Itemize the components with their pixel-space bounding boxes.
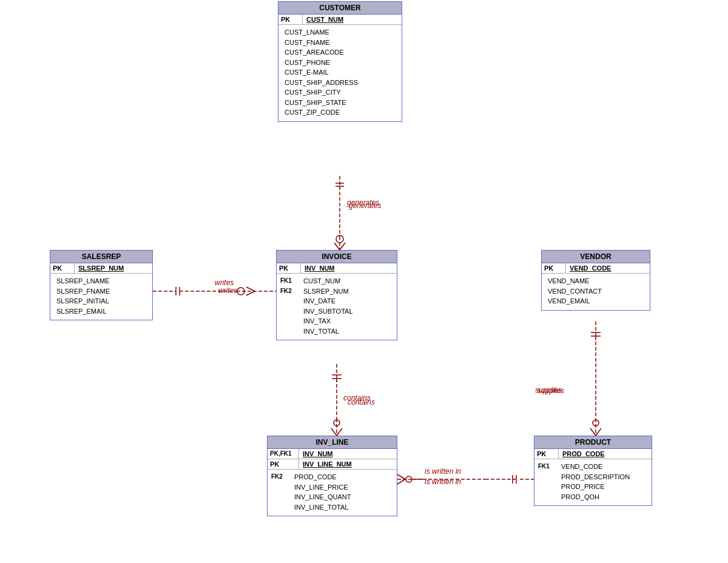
svg-line-36 — [590, 428, 596, 436]
rel-label-is-written-in: is written in — [425, 477, 461, 486]
invoice-pk-row: PK INV_NUM — [277, 263, 397, 274]
salesrep-pk-field: SLSREP_NUM — [75, 263, 127, 273]
vendor-pk-label: PK — [542, 263, 566, 273]
entity-product: PRODUCT PK PROD_CODE FK1 VEND_CODE PROD_… — [534, 436, 652, 506]
invoice-attrs: FK1 CUST_NUM FK2 SLSREP_NUM INV_DATE INV… — [277, 274, 397, 340]
svg-point-42 — [406, 476, 412, 482]
entity-inv-line-body: PK,FK1 INV_NUM PK INV_LINE_NUM FK2 PROD_… — [268, 449, 397, 516]
entity-salesrep-title: SALESREP — [50, 251, 152, 263]
vendor-pk-field: VEND_CODE — [566, 263, 615, 273]
svg-text:writes: writes — [215, 278, 234, 287]
svg-line-37 — [596, 428, 601, 436]
svg-line-19 — [246, 291, 255, 295]
svg-line-28 — [337, 428, 342, 436]
entity-product-body: PK PROD_CODE FK1 VEND_CODE PROD_DESCRIPT… — [534, 449, 652, 505]
salesrep-pk-row: PK SLSREP_NUM — [50, 263, 152, 274]
diagram-canvas: CUSTOMER PK CUST_NUM CUST_LNAME CUST_FNA… — [0, 0, 728, 563]
inv-line-pk1-field: INV_NUM — [299, 449, 337, 459]
rel-label-supplies: supplies — [535, 386, 562, 394]
svg-line-41 — [397, 479, 405, 484]
entity-invoice-body: PK INV_NUM FK1 CUST_NUM FK2 SLSREP_NUM I… — [277, 263, 397, 340]
svg-point-20 — [237, 288, 244, 295]
entity-vendor: VENDOR PK VEND_CODE VEND_NAME VEND_CONTA… — [541, 250, 650, 311]
svg-point-38 — [593, 420, 599, 426]
entity-customer-title: CUSTOMER — [278, 2, 402, 15]
invoice-pk-label: PK — [277, 263, 301, 273]
entity-customer: CUSTOMER PK CUST_NUM CUST_LNAME CUST_FNA… — [278, 1, 402, 122]
inv-line-pk2-row: PK INV_LINE_NUM — [268, 459, 397, 470]
invoice-pk-field: INV_NUM — [301, 263, 339, 273]
product-attrs: FK1 VEND_CODE PROD_DESCRIPTION PROD_PRIC… — [534, 459, 652, 505]
svg-line-10 — [340, 243, 345, 250]
inv-line-pk2-field: INV_LINE_NUM — [299, 459, 356, 469]
entity-product-title: PRODUCT — [534, 436, 652, 449]
entity-salesrep-body: PK SLSREP_NUM SLSREP_LNAME SLSREP_FNAME … — [50, 263, 152, 320]
entity-vendor-body: PK VEND_CODE VEND_NAME VEND_CONTACT VEND… — [542, 263, 650, 310]
salesrep-pk-label: PK — [50, 263, 75, 273]
customer-pk-field: CUST_NUM — [303, 15, 347, 24]
entity-invoice-title: INVOICE — [277, 251, 397, 263]
svg-line-40 — [397, 474, 405, 479]
entity-customer-body: PK CUST_NUM CUST_LNAME CUST_FNAME CUST_A… — [278, 15, 402, 121]
customer-pk-row: PK CUST_NUM — [278, 15, 402, 25]
entity-vendor-title: VENDOR — [542, 251, 650, 263]
inv-line-pk2-label: PK — [268, 459, 299, 469]
salesrep-attrs: SLSREP_LNAME SLSREP_FNAME SLSREP_INITIAL… — [50, 274, 152, 320]
vendor-attrs: VEND_NAME VEND_CONTACT VEND_EMAIL — [542, 274, 650, 310]
svg-text:is written in: is written in — [425, 467, 461, 476]
product-pk-field: PROD_CODE — [559, 449, 608, 459]
entity-salesrep: SALESREP PK SLSREP_NUM SLSREP_LNAME SLSR… — [50, 250, 153, 320]
entity-inv-line-title: INV_LINE — [268, 436, 397, 449]
svg-line-18 — [246, 287, 255, 291]
customer-attrs: CUST_LNAME CUST_FNAME CUST_AREACODE CUST… — [278, 25, 402, 121]
rel-label-generates: generates — [349, 201, 381, 210]
entity-invoice: INVOICE PK INV_NUM FK1 CUST_NUM FK2 SLSR… — [276, 250, 397, 340]
rel-label-contains: contains — [348, 398, 375, 406]
svg-point-29 — [334, 420, 340, 426]
vendor-pk-row: PK VEND_CODE — [542, 263, 650, 274]
rel-label-writes: writes — [218, 286, 237, 295]
svg-point-11 — [336, 235, 343, 243]
svg-line-9 — [334, 243, 340, 250]
product-pk-row: PK PROD_CODE — [534, 449, 652, 459]
customer-pk-label: PK — [278, 15, 303, 24]
svg-line-27 — [331, 428, 337, 436]
inv-line-attrs: FK2 PROD_CODE INV_LINE_PRICE INV_LINE_QU… — [268, 470, 397, 516]
inv-line-pk1-label: PK,FK1 — [268, 449, 299, 459]
inv-line-pk1-row: PK,FK1 INV_NUM — [268, 449, 397, 459]
entity-inv-line: INV_LINE PK,FK1 INV_NUM PK INV_LINE_NUM … — [267, 436, 397, 516]
product-pk-label: PK — [534, 449, 559, 459]
